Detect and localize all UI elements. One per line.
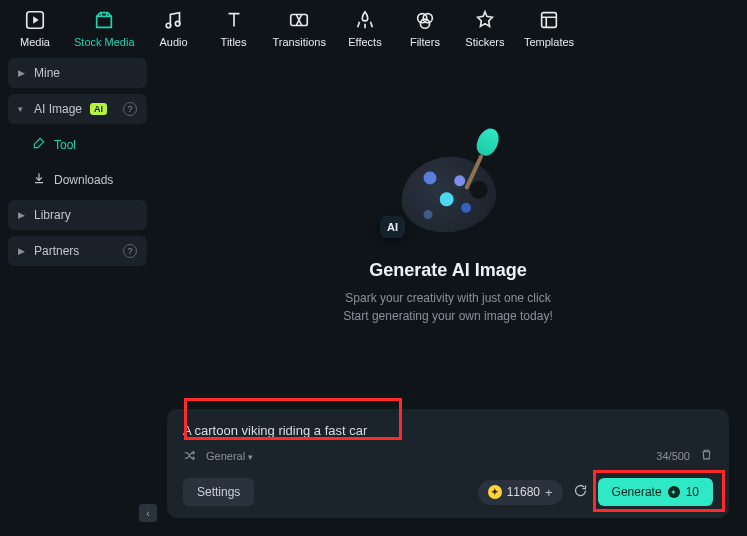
templates-icon	[537, 8, 561, 32]
toolbar-stickers[interactable]: Stickers	[464, 8, 506, 48]
svg-point-3	[175, 21, 180, 26]
tool-icon	[32, 136, 46, 153]
toolbar-effects[interactable]: Effects	[344, 8, 386, 48]
download-icon	[32, 171, 46, 188]
hero-title: Generate AI Image	[369, 260, 526, 281]
toolbar-label: Effects	[348, 36, 381, 48]
sidebar-label: Library	[34, 208, 71, 222]
trash-icon[interactable]	[700, 448, 713, 464]
chevron-right-icon: ▶	[18, 246, 26, 256]
sidebar-label: Mine	[34, 66, 60, 80]
stickers-icon	[473, 8, 497, 32]
toolbar-label: Templates	[524, 36, 574, 48]
generate-label: Generate	[612, 485, 662, 499]
generate-button[interactable]: Generate ✦ 10	[598, 478, 713, 506]
toolbar-titles[interactable]: Titles	[213, 8, 255, 48]
ai-badge: AI	[90, 103, 107, 115]
toolbar-audio[interactable]: Audio	[153, 8, 195, 48]
toolbar-label: Stock Media	[74, 36, 135, 48]
chevron-right-icon: ▶	[18, 210, 26, 220]
chevron-down-icon: ▾	[248, 452, 253, 462]
sidebar-item-ai-image[interactable]: ▾ AI Image AI ?	[8, 94, 147, 124]
add-credits-icon[interactable]: +	[545, 485, 553, 500]
toolbar-label: Transitions	[273, 36, 326, 48]
sidebar-item-library[interactable]: ▶ Library	[8, 200, 147, 230]
generate-cost: 10	[686, 485, 699, 499]
svg-rect-8	[542, 13, 557, 28]
toolbar-label: Audio	[159, 36, 187, 48]
hero-subtitle-1: Spark your creativity with just one clic…	[343, 289, 552, 307]
content-area: AI Generate AI Image Spark your creativi…	[155, 52, 747, 528]
top-toolbar: Media Stock Media Audio Titles Transitio…	[0, 0, 747, 52]
toolbar-label: Media	[20, 36, 50, 48]
prompt-panel: A cartoon viking riding a fast car Gener…	[167, 409, 729, 518]
hero-illustration: AI	[388, 144, 508, 244]
toolbar-filters[interactable]: Filters	[404, 8, 446, 48]
toolbar-label: Filters	[410, 36, 440, 48]
hero-subtitle-2: Start generating your own image today!	[343, 307, 552, 325]
help-icon[interactable]: ?	[123, 102, 137, 116]
credits-value: 11680	[507, 485, 540, 499]
hero: AI Generate AI Image Spark your creativi…	[167, 72, 729, 397]
toolbar-stock-media[interactable]: Stock Media	[74, 8, 135, 48]
credits-pill[interactable]: ✦ 11680 +	[478, 480, 563, 505]
svg-point-6	[423, 14, 432, 23]
toolbar-media[interactable]: Media	[14, 8, 56, 48]
svg-marker-1	[33, 16, 39, 23]
settings-button[interactable]: Settings	[183, 478, 254, 506]
char-count: 34/500	[656, 450, 690, 462]
coin-icon: ✦	[488, 485, 502, 499]
refresh-icon[interactable]	[573, 483, 588, 501]
toolbar-label: Titles	[221, 36, 247, 48]
sidebar-label: Partners	[34, 244, 79, 258]
toolbar-templates[interactable]: Templates	[524, 8, 574, 48]
filters-icon	[413, 8, 437, 32]
toolbar-transitions[interactable]: Transitions	[273, 8, 326, 48]
stock-media-icon	[92, 8, 116, 32]
sidebar-item-partners[interactable]: ▶ Partners ?	[8, 236, 147, 266]
sidebar-label: Downloads	[54, 173, 113, 187]
chevron-down-icon: ▾	[18, 104, 26, 114]
preset-select[interactable]: General ▾	[206, 450, 253, 462]
transitions-icon	[287, 8, 311, 32]
shuffle-icon[interactable]	[183, 449, 196, 464]
sidebar-item-mine[interactable]: ▶ Mine	[8, 58, 147, 88]
sidebar-label: AI Image	[34, 102, 82, 116]
media-icon	[23, 8, 47, 32]
toolbar-label: Stickers	[465, 36, 504, 48]
sidebar: ▶ Mine ▾ AI Image AI ? Tool Downloads ▶ …	[0, 52, 155, 528]
sidebar-label: Tool	[54, 138, 76, 152]
collapse-sidebar-button[interactable]: ‹	[139, 504, 157, 522]
prompt-input[interactable]: A cartoon viking riding a fast car	[183, 423, 713, 438]
coin-icon: ✦	[668, 486, 680, 498]
audio-icon	[162, 8, 186, 32]
sidebar-item-downloads[interactable]: Downloads	[22, 165, 147, 194]
ai-chip: AI	[380, 216, 405, 238]
svg-point-2	[166, 23, 171, 28]
sidebar-item-tool[interactable]: Tool	[22, 130, 147, 159]
help-icon[interactable]: ?	[123, 244, 137, 258]
titles-icon	[222, 8, 246, 32]
chevron-right-icon: ▶	[18, 68, 26, 78]
svg-point-7	[420, 19, 429, 28]
effects-icon	[353, 8, 377, 32]
